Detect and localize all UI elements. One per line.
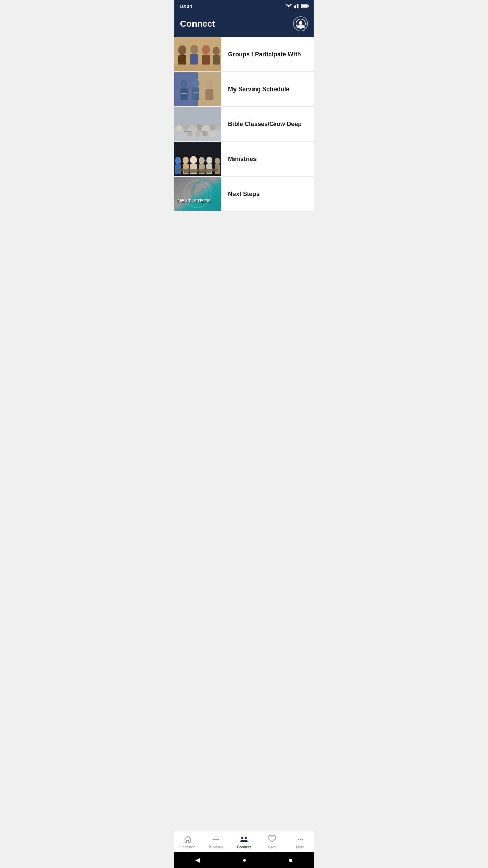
- svg-point-53: [199, 157, 205, 164]
- profile-avatar-button[interactable]: [293, 16, 308, 31]
- svg-rect-15: [202, 55, 210, 65]
- svg-point-10: [178, 45, 186, 55]
- svg-rect-45: [198, 131, 204, 132]
- list-item-ministries[interactable]: Ministries: [174, 142, 314, 176]
- thumbnail-bible: [174, 107, 221, 141]
- svg-point-16: [213, 47, 220, 55]
- svg-rect-13: [190, 54, 198, 65]
- svg-rect-59: [177, 169, 218, 171]
- thumbnail-groups: [174, 37, 221, 71]
- svg-rect-25: [192, 87, 199, 100]
- thumbnail-nextsteps: NEXT STEPS: [174, 177, 221, 211]
- svg-point-33: [183, 124, 188, 131]
- svg-rect-29: [193, 92, 198, 93]
- svg-rect-27: [205, 89, 214, 100]
- svg-point-55: [206, 157, 212, 164]
- svg-rect-18: [174, 64, 221, 71]
- thumbnail-serving: [174, 72, 221, 106]
- svg-rect-44: [184, 131, 191, 132]
- svg-point-22: [180, 80, 188, 88]
- svg-rect-5: [308, 5, 309, 7]
- nextsteps-overlay-text: NEXT STEPS: [177, 198, 210, 203]
- battery-icon: [301, 4, 309, 8]
- svg-rect-31: [174, 107, 221, 127]
- svg-point-26: [205, 80, 214, 89]
- svg-point-32: [176, 125, 182, 131]
- svg-point-36: [203, 125, 209, 131]
- svg-rect-1: [295, 5, 296, 8]
- status-icons: [286, 4, 309, 8]
- svg-rect-17: [213, 55, 220, 65]
- svg-point-37: [210, 124, 216, 131]
- item-label-ministries: Ministries: [221, 150, 314, 168]
- list-item-groups[interactable]: Groups I Participate With: [174, 37, 314, 72]
- item-label-groups: Groups I Participate With: [221, 45, 314, 63]
- svg-rect-3: [298, 4, 299, 8]
- svg-point-24: [192, 79, 199, 87]
- svg-rect-0: [294, 6, 295, 8]
- svg-rect-23: [180, 88, 188, 100]
- status-time: 10:34: [179, 3, 192, 9]
- svg-point-8: [299, 21, 302, 24]
- svg-rect-60: [184, 171, 211, 173]
- svg-point-14: [202, 45, 210, 55]
- svg-point-38: [216, 125, 220, 131]
- svg-rect-6: [302, 5, 307, 7]
- list-item-serving[interactable]: My Serving Schedule: [174, 72, 314, 106]
- item-label-bible: Bible Classes/Grow Deep: [221, 115, 314, 133]
- svg-point-57: [215, 158, 220, 164]
- svg-point-35: [197, 124, 202, 130]
- svg-rect-28: [181, 93, 187, 94]
- item-label-serving: My Serving Schedule: [221, 80, 314, 98]
- list-item-nextsteps[interactable]: NEXT STEPS Next Steps: [174, 177, 314, 211]
- user-icon: [295, 18, 306, 29]
- svg-point-47: [175, 157, 181, 164]
- list-item-bible[interactable]: Bible Classes/Grow Deep: [174, 107, 314, 141]
- svg-point-34: [190, 125, 195, 131]
- svg-rect-2: [297, 4, 298, 8]
- svg-rect-11: [178, 55, 186, 65]
- svg-point-43: [210, 131, 216, 137]
- app-header: Connect: [174, 12, 314, 37]
- signal-icon: [294, 4, 299, 8]
- svg-point-51: [190, 156, 197, 164]
- status-bar: 10:34: [174, 0, 314, 12]
- page-title: Connect: [180, 19, 215, 29]
- wifi-icon: [286, 4, 292, 8]
- item-label-nextsteps: Next Steps: [221, 185, 314, 203]
- main-content: Groups I Participate With My Serving Sch…: [174, 37, 314, 256]
- svg-point-39: [180, 131, 185, 137]
- thumbnail-ministries: [174, 142, 221, 176]
- svg-point-12: [190, 45, 198, 54]
- svg-point-49: [183, 157, 189, 164]
